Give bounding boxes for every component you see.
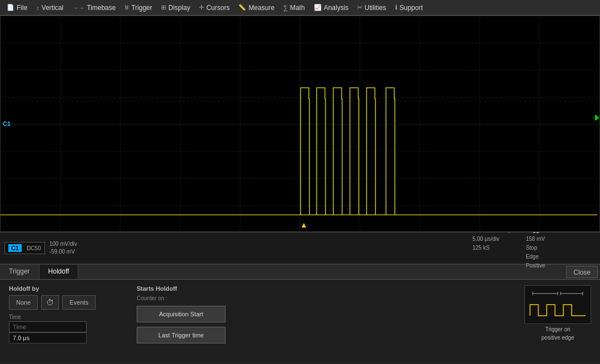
time-value: 7.0 μs — [9, 332, 87, 343]
diagram-area: Trigger on positive edge — [524, 285, 591, 348]
waveform-display — [1, 16, 599, 231]
status-right: Timebase 0.0 μs 5.00 μs/div 125 kS Trigg… — [472, 226, 596, 270]
timebase-val2: 5.00 μs/div — [472, 235, 514, 244]
math-icon: ∑ — [283, 4, 288, 11]
trigger-on-sublabel: positive edge — [524, 335, 591, 341]
holdoff-title: Holdoff by — [9, 285, 120, 292]
measure-icon: 📏 — [238, 4, 246, 11]
cursors-icon: ✛ — [199, 4, 204, 11]
status-bar: C1 DC50 100 mV/div -59.00 mV Timebase 0.… — [0, 232, 600, 264]
diagram-svg — [527, 288, 588, 321]
support-icon: ℹ — [395, 4, 397, 11]
trigger-mode: Stop — [526, 244, 563, 252]
sample-rate-block: 2.5 GS/s — [574, 226, 596, 270]
acquisition-start-btn[interactable]: Acquisition Start — [137, 306, 226, 322]
holdoff-events-btn[interactable]: Events — [62, 295, 96, 310]
channel-info: C1 DC50 — [4, 242, 45, 254]
channel-badge: C1 — [8, 244, 22, 252]
display-icon: ⊞ — [161, 4, 166, 11]
menu-bar: 📄 File ↕ Vertical →→ Timebase ꓤ Trigger … — [0, 0, 600, 16]
starts-title: Starts Holdoff — [137, 285, 226, 292]
offset: -59.00 mV — [49, 248, 77, 256]
timebase-val3: 125 kS — [472, 244, 514, 252]
menu-utilities[interactable]: ✂ Utilities — [353, 2, 391, 13]
control-panel: Trigger Holdoff Close Holdoff by None ⏱ … — [0, 264, 600, 363]
time-input[interactable] — [9, 321, 87, 332]
trigger-icon: ꓤ — [124, 4, 129, 11]
close-button[interactable]: Close — [566, 266, 598, 278]
menu-display[interactable]: ⊞ Display — [157, 2, 194, 13]
menu-timebase[interactable]: →→ Timebase — [68, 2, 120, 13]
timebase-block: Timebase 0.0 μs 5.00 μs/div 125 kS — [472, 226, 514, 270]
menu-analysis[interactable]: 📈 Analysis — [309, 2, 353, 13]
svg-marker-19 — [595, 114, 599, 121]
utilities-icon: ✂ — [357, 4, 362, 11]
menu-file[interactable]: 📄 File — [2, 2, 32, 13]
file-icon: 📄 — [7, 4, 14, 11]
channel-label: C1 — [3, 120, 11, 127]
scope-screen: C1 ▲ — [0, 16, 600, 232]
volt-div: 100 mV/div — [49, 240, 77, 248]
holdoff-none-btn[interactable]: None — [9, 295, 38, 310]
trigger-level: 158 mV — [526, 235, 563, 244]
holdoff-section: Holdoff by None ⏱ Events Time 7.0 μs — [9, 285, 120, 348]
channel-detail: 100 mV/div -59.00 mV — [49, 240, 77, 256]
panel-content: Holdoff by None ⏱ Events Time 7.0 μs Sta… — [0, 280, 600, 353]
trigger-type: Edge — [526, 252, 563, 261]
menu-vertical[interactable]: ↕ Vertical — [32, 2, 68, 13]
menu-measure[interactable]: 📏 Measure — [234, 2, 279, 13]
tab-trigger[interactable]: Trigger — [0, 265, 39, 279]
holdoff-clock-btn[interactable]: ⏱ — [41, 295, 59, 310]
menu-cursors[interactable]: ✛ Cursors — [194, 2, 234, 13]
counter-label: Counter on : — [137, 295, 226, 301]
trigger-on-label: Trigger on — [524, 326, 591, 332]
trigger-marker: ▲ — [300, 220, 308, 229]
time-label: Time — [9, 314, 120, 320]
timebase-icon: →→ — [72, 4, 84, 11]
last-trigger-btn[interactable]: Last Trigger time — [137, 327, 226, 343]
menu-support[interactable]: ℹ Support — [391, 2, 427, 13]
holdoff-buttons: None ⏱ Events — [9, 295, 120, 310]
coupling-info: DC50 — [27, 245, 41, 251]
trigger-slope: Positive — [526, 261, 563, 270]
analysis-icon: 📈 — [314, 4, 322, 11]
vertical-icon: ↕ — [36, 4, 39, 11]
tab-holdoff[interactable]: Holdoff — [39, 265, 79, 279]
menu-math[interactable]: ∑ Math — [279, 2, 309, 13]
trigger-block: Trigger C1 DC 158 mV Stop Edge Positive — [526, 226, 563, 270]
trigger-diagram — [524, 285, 591, 324]
starts-section: Starts Holdoff Counter on : Acquisition … — [137, 285, 226, 348]
time-section: Time 7.0 μs — [9, 314, 120, 343]
menu-trigger[interactable]: ꓤ Trigger — [120, 2, 157, 13]
